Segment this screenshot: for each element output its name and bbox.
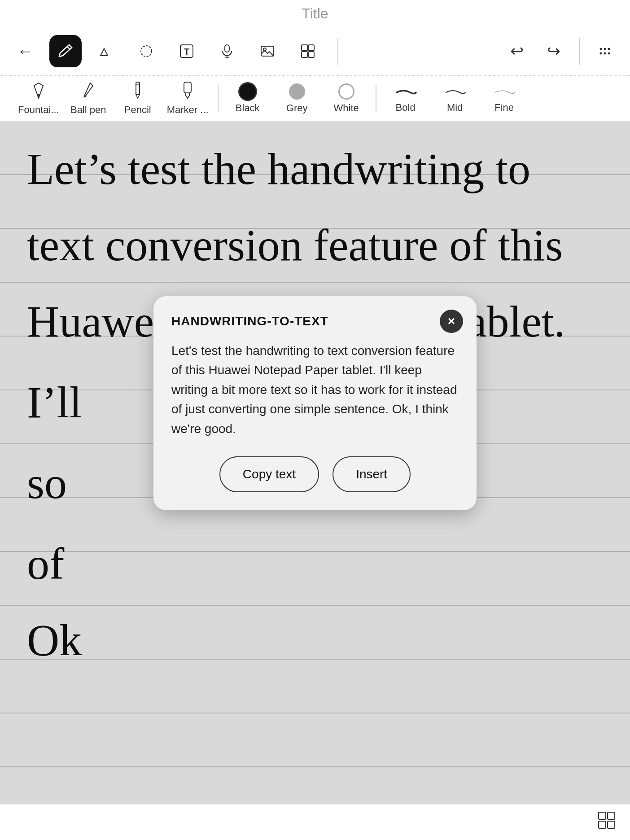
modal-converted-text: Let's test the handwriting to text conve…	[171, 341, 459, 438]
svg-point-13	[600, 52, 602, 55]
pencil-label: Pencil	[124, 104, 151, 116]
fountain-pen-tool[interactable]: Fountai...	[13, 79, 64, 118]
modal-overlay: HANDWRITING-TO-TEXT × Let's test the han…	[0, 121, 630, 840]
ball-pen-tool[interactable]: Ball pen	[64, 79, 113, 118]
svg-point-0	[141, 46, 152, 57]
pencil-icon	[130, 81, 146, 101]
svg-rect-9	[308, 45, 314, 51]
svg-rect-31	[599, 821, 606, 828]
svg-rect-29	[599, 812, 606, 819]
svg-rect-30	[608, 812, 615, 819]
canvas-area[interactable]: Let’s test the handwriting to text conve…	[0, 121, 630, 840]
lasso-tool-button[interactable]	[130, 35, 162, 67]
mid-weight-icon	[444, 84, 466, 99]
white-color-tool[interactable]: White	[322, 81, 371, 117]
svg-point-16	[608, 48, 610, 50]
sub-toolbar-divider-2	[376, 85, 376, 112]
text-tool-button[interactable]: T	[171, 35, 203, 67]
eraser-tool-button[interactable]	[90, 35, 122, 67]
copy-text-button[interactable]: Copy text	[219, 456, 319, 492]
back-button[interactable]: ←	[9, 35, 41, 67]
svg-rect-21	[184, 82, 191, 93]
ball-pen-label: Ball pen	[70, 104, 106, 116]
toolbar-left: ← T	[9, 35, 324, 67]
template-tool-button[interactable]	[292, 35, 324, 67]
modal-title: HANDWRITING-TO-TEXT	[171, 314, 459, 328]
redo-button[interactable]: ↪	[538, 35, 570, 67]
pen-tool-button[interactable]	[49, 35, 82, 67]
grey-color-dot	[289, 83, 305, 100]
svg-point-12	[600, 48, 602, 50]
bold-weight-tool[interactable]: Bold	[381, 81, 430, 116]
page-title: Title	[302, 5, 328, 22]
fine-weight-tool[interactable]: Fine	[480, 81, 529, 116]
modal-close-button[interactable]: ×	[440, 310, 463, 333]
marker-tool[interactable]: Marker ...	[162, 79, 213, 118]
bold-weight-label: Bold	[396, 102, 416, 114]
marker-label: Marker ...	[167, 104, 209, 116]
bottom-bar	[0, 804, 630, 840]
white-color-label: White	[334, 102, 359, 114]
svg-rect-10	[302, 52, 307, 57]
grid-view-icon[interactable]	[597, 810, 617, 834]
svg-point-15	[604, 52, 606, 55]
mid-weight-label: Mid	[447, 102, 463, 114]
insert-button[interactable]: Insert	[332, 456, 411, 492]
image-tool-button[interactable]	[251, 35, 284, 67]
modal-actions: Copy text Insert	[171, 456, 459, 492]
svg-rect-32	[608, 821, 615, 828]
black-color-dot	[240, 83, 256, 100]
grey-color-label: Grey	[286, 102, 308, 114]
sub-toolbar-divider-1	[218, 85, 219, 112]
fine-weight-label: Fine	[494, 102, 514, 114]
svg-rect-11	[308, 52, 314, 57]
main-toolbar: ← T	[0, 27, 630, 76]
grey-color-tool[interactable]: Grey	[272, 81, 322, 117]
pencil-tool[interactable]: Pencil	[113, 79, 162, 118]
svg-rect-19	[136, 82, 140, 95]
svg-text:T: T	[184, 47, 189, 57]
black-color-tool[interactable]: Black	[223, 81, 272, 117]
handwriting-to-text-modal: HANDWRITING-TO-TEXT × Let's test the han…	[153, 296, 477, 510]
toolbar-right: ↩ ↪	[501, 35, 621, 67]
mid-weight-tool[interactable]: Mid	[430, 81, 480, 116]
svg-rect-8	[302, 45, 307, 51]
sub-toolbar: Fountai... Ball pen Pencil Marke	[0, 76, 630, 121]
bold-weight-icon	[394, 84, 417, 99]
black-color-label: Black	[236, 102, 260, 114]
title-bar: Title	[0, 0, 630, 27]
fountain-pen-label: Fountai...	[18, 104, 59, 116]
more-options-button[interactable]	[589, 35, 621, 67]
ball-pen-icon	[80, 81, 96, 101]
mic-tool-button[interactable]	[211, 35, 243, 67]
svg-point-17	[608, 52, 610, 55]
svg-rect-3	[225, 45, 229, 52]
svg-point-14	[604, 48, 606, 50]
marker-icon	[179, 81, 196, 101]
undo-button[interactable]: ↩	[501, 35, 533, 67]
toolbar-divider-1	[337, 38, 338, 65]
white-color-dot	[338, 83, 354, 100]
fountain-pen-icon	[31, 81, 47, 101]
fine-weight-icon	[493, 84, 516, 99]
toolbar-divider-2	[579, 38, 580, 65]
